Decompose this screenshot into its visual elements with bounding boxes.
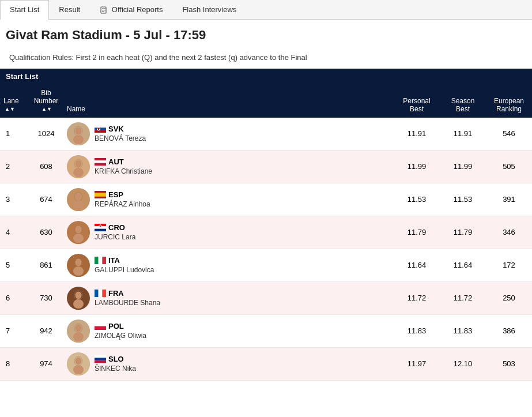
svg-point-49 [73,266,84,276]
athlete-country: ESP [95,190,150,199]
lane-cell: 2 [0,150,29,183]
bib-sort-icon[interactable]: ▲▼ [41,106,52,112]
svg-point-63 [76,324,82,332]
lane-cell: 5 [0,249,29,281]
athlete-cell: AUT KRIFKA Christiane [63,150,394,183]
country-code: FRA [108,289,124,298]
country-flag [95,191,106,198]
svg-point-70 [76,357,82,365]
personal-best-cell: 11.72 [394,281,440,314]
athlete-cell: ITA GALUPPI Ludovica [63,249,394,281]
season-best-cell: 11.72 [440,281,486,314]
tab-official-reports[interactable]: Official Reports [90,0,172,19]
country-flag [95,355,106,363]
svg-rect-60 [102,290,106,297]
svg-point-24 [76,193,82,200]
european-ranking-cell: 386 [486,314,532,347]
country-code: SVK [108,125,124,133]
athlete-info: POL ZIMOLĄG Oliwia [95,322,146,340]
table-header-row: Lane ▲▼ Bib Number ▲▼ Name PersonalBest … [0,84,532,118]
svg-rect-43 [100,226,101,227]
athlete-country: ITA [95,256,154,265]
european-ranking-cell: 250 [486,281,532,314]
lane-cell: 4 [0,216,29,249]
season-best-cell: 12.10 [440,347,486,380]
lane-cell: 3 [0,183,29,216]
athlete-name: BENOVÁ Tereza [95,134,146,142]
season-best-cell: 11.53 [440,183,486,216]
svg-rect-37 [95,229,106,231]
col-personal-best: PersonalBest [394,84,440,118]
bib-cell: 974 [29,347,63,380]
document-icon [100,6,108,14]
tab-start-list-label: Start List [10,5,39,14]
tab-result[interactable]: Result [49,0,90,19]
country-flag [95,125,106,133]
country-flag [95,224,106,231]
svg-rect-44 [101,226,102,227]
svg-rect-41 [101,224,102,226]
athlete-cell: POL ZIMOLĄG Oliwia [63,314,394,347]
col-european-ranking: EuropeanRanking [486,84,532,118]
table-row: 8 974 SLO ŠINKEC Nika 11.97 12.1 [0,347,532,380]
athlete-name: KRIFKA Christiane [95,167,152,175]
table-row: 6 730 FRA LAMBOURDE Shana 11.72 [0,281,532,314]
svg-rect-21 [95,163,106,166]
svg-point-16 [76,160,82,167]
svg-rect-59 [99,290,103,297]
season-best-cell: 11.79 [440,216,486,249]
season-best-cell: 11.64 [440,249,486,281]
athlete-photo [67,254,90,277]
bib-cell: 730 [29,281,63,314]
lane-sort-icon[interactable]: ▲▼ [5,106,15,112]
svg-rect-67 [95,326,106,330]
svg-point-47 [76,258,82,266]
svg-point-8 [73,135,84,144]
athlete-photo [67,188,90,211]
col-bib[interactable]: Bib Number ▲▼ [29,84,63,118]
svg-rect-51 [99,257,103,264]
table-row: 3 674 ESP REPÁRAZ Ainhoa 11.53 1 [0,183,532,216]
tab-bar: Start List Result Official Reports Flash… [0,0,532,20]
svg-point-26 [73,201,84,210]
athlete-name: REPÁRAZ Ainhoa [95,200,150,208]
athlete-name: GALUPPI Ludovica [95,266,154,274]
european-ranking-cell: 503 [486,347,532,380]
bib-cell: 630 [29,216,63,249]
athlete-name: JURCIC Lara [95,233,135,241]
country-code: CRO [108,223,125,232]
svg-point-72 [73,365,84,374]
country-flag [95,322,106,330]
svg-rect-20 [95,160,106,163]
table-row: 4 630 CRO JURCIC Lara 11.79 11.7 [0,216,532,249]
table-row: 2 608 AUT KRIFKA Christiane 11.99 [0,150,532,183]
country-code: SLO [108,355,124,363]
bib-cell: 861 [29,249,63,281]
european-ranking-cell: 172 [486,249,532,281]
athlete-country: POL [95,322,146,330]
svg-rect-74 [95,358,106,360]
svg-rect-66 [95,322,106,326]
athlete-name: ŠINKEC Nika [95,365,136,373]
svg-point-55 [76,291,82,299]
tab-start-list[interactable]: Start List [0,0,49,20]
svg-rect-29 [95,197,106,198]
athlete-photo [67,221,90,244]
athlete-info: FRA LAMBOURDE Shana [95,289,160,307]
tab-flash-interviews[interactable]: Flash Interviews [172,0,246,19]
personal-best-cell: 11.79 [394,216,440,249]
event-title: Givat Ram Stadium - 5 Jul - 17:59 [0,20,532,48]
col-lane[interactable]: Lane ▲▼ [0,84,29,118]
personal-best-cell: 11.64 [394,249,440,281]
athlete-cell: ESP REPÁRAZ Ainhoa [63,183,394,216]
svg-point-34 [73,234,84,243]
svg-rect-27 [95,191,106,193]
svg-point-32 [76,226,82,233]
athlete-info: AUT KRIFKA Christiane [95,157,152,175]
qualification-rules: Qualification Rules: First 2 in each hea… [0,48,532,69]
athlete-info: CRO JURCIC Lara [95,223,135,241]
athlete-cell: CRO JURCIC Lara [63,216,394,249]
table-row: 1 1024 SVK BENOVÁ Tereza 11.91 1 [0,118,532,151]
athlete-info: ESP REPÁRAZ Ainhoa [95,190,150,208]
athlete-info: SLO ŠINKEC Nika [95,355,136,373]
